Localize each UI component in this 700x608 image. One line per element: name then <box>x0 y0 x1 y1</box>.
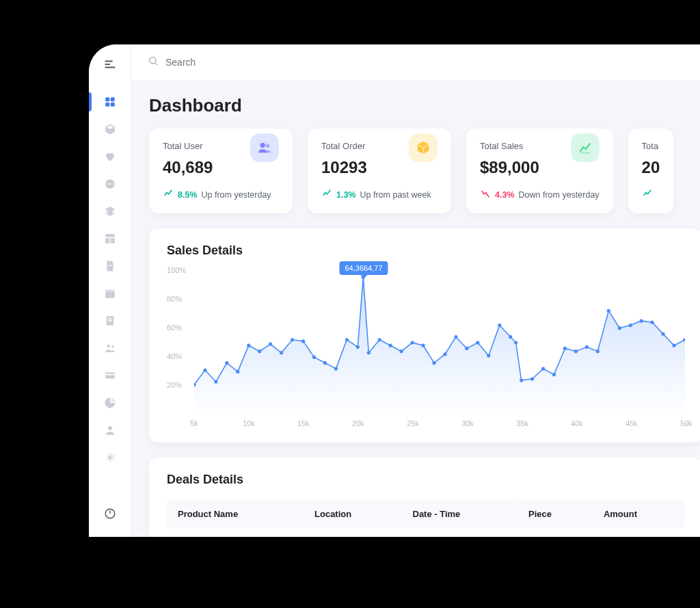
card-total-user[interactable]: Total User 40,689 8.5% Up from yesterday <box>149 129 293 213</box>
svg-rect-13 <box>105 290 115 293</box>
logo-icon <box>103 57 118 72</box>
svg-point-48 <box>411 341 414 345</box>
deals-details-panel: Deals Details Product NameLocationDate -… <box>149 458 700 537</box>
trend-up-icon <box>321 188 332 201</box>
svg-rect-15 <box>108 318 112 319</box>
trend-pct: 8.5% <box>178 190 198 200</box>
nav-analytics[interactable] <box>89 389 131 417</box>
nav-settings[interactable] <box>89 444 131 471</box>
chart-xtick: 15k <box>297 419 310 427</box>
svg-rect-0 <box>105 97 109 101</box>
svg-point-25 <box>260 143 265 148</box>
chart-xtick: 35k <box>516 419 528 427</box>
svg-point-35 <box>280 352 283 355</box>
card-total-order[interactable]: Total Order 10293 1.3% Up from past week <box>308 129 451 213</box>
svg-rect-20 <box>105 374 115 375</box>
svg-point-57 <box>509 335 512 339</box>
deals-table: Product NameLocationDate - TimePieceAmou… <box>167 499 685 529</box>
trend-text: Down from yesterday <box>519 190 600 200</box>
chart-ytick: 20% <box>167 381 182 389</box>
svg-point-39 <box>323 361 327 365</box>
svg-point-60 <box>530 378 534 381</box>
svg-rect-8 <box>105 234 115 237</box>
svg-point-5 <box>107 183 109 185</box>
card-trend: 1.3% Up from past week <box>321 188 438 201</box>
nav-layers[interactable] <box>89 198 131 225</box>
card-total-sales[interactable]: Total Sales $89,000 4.3% Down from yeste… <box>466 129 613 213</box>
card-trend: 4.3% Down from yesterday <box>480 188 600 201</box>
trend-up-icon <box>642 188 653 201</box>
nav-layout[interactable] <box>89 225 131 252</box>
chart-ytick: 60% <box>167 323 182 332</box>
content: Dashboard Total User 40,689 8.5% Up from… <box>131 80 700 537</box>
nav-profile[interactable] <box>89 417 131 444</box>
svg-point-64 <box>574 349 578 353</box>
svg-point-44 <box>367 352 371 355</box>
deals-column-header[interactable]: Product Name <box>167 499 304 529</box>
svg-rect-11 <box>108 265 111 267</box>
chart-xtick: 50k <box>680 419 692 427</box>
svg-point-31 <box>236 370 239 373</box>
trend-down-icon <box>480 188 491 201</box>
deals-column-header[interactable]: Amount <box>593 499 685 529</box>
svg-point-24 <box>150 57 156 64</box>
svg-point-70 <box>640 319 643 323</box>
nav-calendar[interactable] <box>89 280 131 307</box>
svg-point-26 <box>266 144 270 148</box>
svg-rect-10 <box>110 238 114 243</box>
svg-point-36 <box>291 339 294 342</box>
trend-pct: 1.3% <box>336 190 356 200</box>
svg-point-42 <box>356 345 360 349</box>
sales-chart[interactable]: 20%40%60%80%100% 5k10k15k20k25k30k35k40k… <box>167 270 685 427</box>
chart-ytick: 80% <box>167 295 182 303</box>
nav-favorites[interactable] <box>89 143 131 170</box>
svg-point-45 <box>378 339 381 342</box>
svg-point-71 <box>651 321 654 324</box>
svg-point-7 <box>111 183 113 185</box>
trend-text: Up from yesterday <box>202 190 271 200</box>
svg-point-69 <box>629 323 632 327</box>
svg-point-32 <box>247 344 250 347</box>
deals-column-header[interactable]: Location <box>304 499 401 529</box>
svg-point-65 <box>585 345 589 349</box>
trend-pct: 4.3% <box>495 190 515 200</box>
nav-clipboard[interactable] <box>89 307 131 334</box>
nav-logout[interactable] <box>89 500 131 527</box>
sales-details-panel: Sales Details 20%40%60%80%100% 5k10k15k2… <box>149 228 700 442</box>
svg-point-53 <box>465 347 468 350</box>
svg-point-59 <box>520 379 523 382</box>
svg-point-50 <box>432 361 435 365</box>
svg-point-67 <box>607 309 610 313</box>
card-partial[interactable]: Tota 20 <box>628 129 674 213</box>
nav-messages[interactable] <box>89 170 131 198</box>
deals-column-header[interactable]: Piece <box>517 499 593 529</box>
card-trend: 8.5% Up from yesterday <box>163 188 279 201</box>
svg-point-29 <box>214 380 217 384</box>
chart-icon <box>571 133 600 162</box>
chart-xtick: 30k <box>461 419 474 427</box>
card-trend <box>642 188 660 201</box>
svg-point-72 <box>661 332 664 336</box>
svg-point-40 <box>334 367 338 371</box>
topbar <box>131 44 700 80</box>
svg-rect-19 <box>105 373 115 379</box>
app-window: Dashboard Total User 40,689 8.5% Up from… <box>89 44 700 537</box>
svg-rect-3 <box>110 103 114 107</box>
chart-ytick: 40% <box>167 352 182 360</box>
chart-tooltip: 64,3664,77 <box>339 261 388 275</box>
svg-point-62 <box>552 373 556 376</box>
nav-team[interactable] <box>89 334 131 362</box>
nav-dashboard[interactable] <box>89 88 131 116</box>
svg-point-49 <box>421 344 425 347</box>
svg-point-73 <box>672 344 675 347</box>
deals-column-header[interactable]: Date - Time <box>402 499 518 529</box>
svg-point-47 <box>400 349 403 353</box>
svg-point-21 <box>108 426 112 430</box>
main-area: Dashboard Total User 40,689 8.5% Up from… <box>131 44 700 537</box>
nav-file[interactable] <box>89 252 131 280</box>
nav-card[interactable] <box>89 362 131 389</box>
nav-products[interactable] <box>89 116 131 143</box>
svg-point-66 <box>596 349 600 353</box>
chart-xtick: 25k <box>407 419 419 427</box>
search-input[interactable] <box>165 57 700 68</box>
